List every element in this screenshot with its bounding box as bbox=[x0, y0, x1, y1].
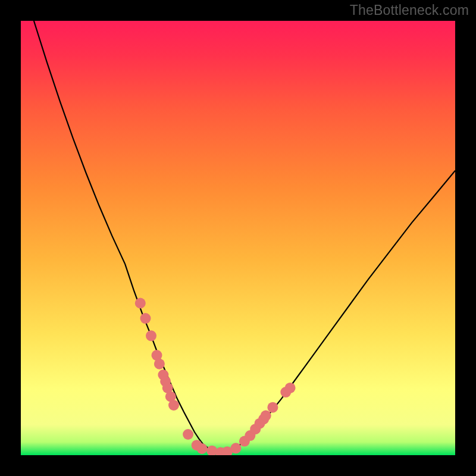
scatter-point bbox=[285, 383, 296, 393]
scatter-point bbox=[267, 402, 278, 413]
chart-svg bbox=[21, 21, 455, 455]
scatter-points bbox=[135, 298, 296, 456]
scatter-point bbox=[146, 330, 156, 341]
scatter-point bbox=[140, 313, 151, 324]
scatter-point bbox=[183, 429, 193, 440]
scatter-point bbox=[230, 443, 241, 453]
bottleneck-curve bbox=[34, 21, 455, 453]
scatter-point bbox=[196, 443, 207, 454]
scatter-point bbox=[261, 411, 271, 421]
scatter-point bbox=[154, 359, 165, 369]
scatter-point bbox=[135, 298, 146, 309]
plot-area bbox=[21, 21, 455, 455]
chart-frame: TheBottleneck.com bbox=[0, 0, 476, 476]
scatter-point bbox=[168, 400, 179, 411]
watermark-text: TheBottleneck.com bbox=[350, 2, 469, 18]
